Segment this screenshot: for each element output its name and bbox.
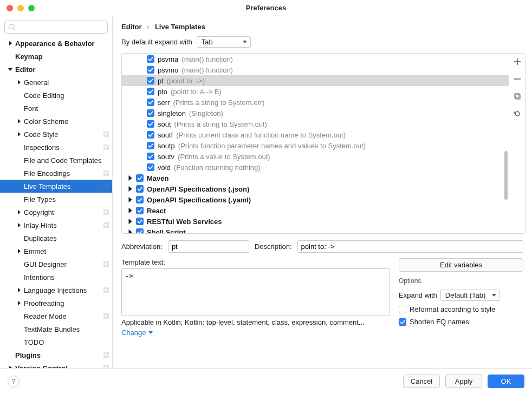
- chevron-right-icon[interactable]: [127, 219, 133, 224]
- chevron-right-icon[interactable]: [8, 366, 13, 368]
- reformat-checkbox-row[interactable]: Reformat according to style: [399, 305, 523, 313]
- chevron-right-icon[interactable]: [127, 175, 133, 181]
- template-item[interactable]: psvmo(main() function): [122, 64, 509, 75]
- sidebar-item-inspections[interactable]: Inspections: [0, 141, 112, 154]
- ok-button[interactable]: OK: [488, 375, 524, 388]
- chevron-right-icon[interactable]: [16, 288, 22, 292]
- checkbox-checked-icon[interactable]: [136, 185, 144, 193]
- chevron-right-icon[interactable]: [16, 249, 22, 253]
- template-item[interactable]: soutv(Prints a value to System.out): [122, 151, 509, 162]
- sidebar-item-copyright[interactable]: Copyright: [0, 206, 112, 219]
- checkbox-checked-icon[interactable]: [147, 142, 154, 149]
- sidebar-item-reader-mode[interactable]: Reader Mode: [0, 310, 112, 323]
- checkbox-checked-icon[interactable]: [147, 131, 154, 139]
- chevron-right-icon[interactable]: [16, 223, 22, 227]
- sidebar-item-plugins[interactable]: Plugins: [0, 349, 112, 362]
- sidebar-item-keymap[interactable]: Keymap: [0, 50, 112, 63]
- sidebar-item-file-types[interactable]: File Types: [0, 193, 112, 206]
- sidebar-item-intentions[interactable]: Intentions: [0, 271, 112, 284]
- add-button[interactable]: [512, 57, 522, 67]
- sidebar-item-code-style[interactable]: Code Style: [0, 128, 112, 141]
- checkbox-checked-icon[interactable]: [147, 77, 154, 84]
- chevron-right-icon[interactable]: [16, 301, 22, 305]
- sidebar-item-gui-designer[interactable]: GUI Designer: [0, 258, 112, 271]
- remove-button[interactable]: [512, 74, 522, 84]
- checkbox-checked-icon[interactable]: [136, 207, 144, 214]
- change-context-link[interactable]: Change: [121, 329, 390, 337]
- expand-with-combo[interactable]: Default (Tab): [440, 290, 500, 301]
- sidebar-item-language-injections[interactable]: Language Injections: [0, 284, 112, 297]
- copy-button[interactable]: [512, 91, 522, 101]
- template-group[interactable]: OpenAPI Specifications (.json): [122, 183, 509, 194]
- sidebar-item-proofreading[interactable]: Proofreading: [0, 297, 112, 310]
- checkbox-checked-icon[interactable]: [147, 153, 154, 160]
- apply-button[interactable]: Apply: [445, 375, 482, 388]
- template-item[interactable]: pto(point to: A -> B): [122, 86, 509, 97]
- checkbox-unchecked-icon[interactable]: [399, 306, 406, 313]
- search-input-wrap[interactable]: [4, 21, 108, 34]
- sidebar-item-code-editing[interactable]: Code Editing: [0, 89, 112, 102]
- chevron-right-icon[interactable]: [16, 132, 22, 136]
- chevron-right-icon[interactable]: [127, 229, 133, 233]
- template-item[interactable]: psvma(main() function): [122, 54, 509, 64]
- sidebar-item-inlay-hints[interactable]: Inlay Hints: [0, 219, 112, 232]
- sidebar-item-color-scheme[interactable]: Color Scheme: [0, 115, 112, 128]
- cancel-button[interactable]: Cancel: [403, 375, 440, 388]
- checkbox-checked-icon[interactable]: [136, 174, 144, 182]
- breadcrumb-root[interactable]: Editor: [121, 23, 142, 31]
- abbreviation-input[interactable]: [168, 240, 249, 253]
- checkbox-checked-icon[interactable]: [147, 120, 154, 128]
- edit-variables-button[interactable]: Edit variables: [399, 258, 523, 272]
- checkbox-checked-icon[interactable]: [147, 98, 154, 106]
- shorten-checkbox-row[interactable]: Shorten FQ names: [399, 318, 523, 326]
- checkbox-checked-icon[interactable]: [147, 163, 154, 171]
- sidebar-item-file-encodings[interactable]: File Encodings: [0, 167, 112, 180]
- template-group[interactable]: Maven: [122, 173, 509, 183]
- checkbox-checked-icon[interactable]: [147, 88, 154, 95]
- template-item[interactable]: void(Function returning nothing): [122, 162, 509, 173]
- sidebar-item-emmet[interactable]: Emmet: [0, 245, 112, 258]
- chevron-right-icon[interactable]: [127, 186, 133, 192]
- template-text-input[interactable]: [121, 268, 390, 316]
- zoom-icon[interactable]: [28, 5, 35, 11]
- checkbox-checked-icon[interactable]: [136, 228, 144, 233]
- chevron-right-icon[interactable]: [127, 208, 133, 213]
- sidebar-item-live-templates[interactable]: Live Templates: [0, 180, 112, 193]
- template-item[interactable]: sout(Prints a string to System.out): [122, 119, 509, 129]
- minimize-icon[interactable]: [17, 5, 24, 11]
- templates-list[interactable]: psvma(main() function)psvmo(main() funct…: [122, 54, 509, 233]
- template-item[interactable]: soutp(Prints function parameter names an…: [122, 140, 509, 151]
- template-item[interactable]: pt(point to: ->): [122, 75, 509, 86]
- checkbox-checked-icon[interactable]: [147, 109, 154, 117]
- checkbox-checked-icon[interactable]: [136, 218, 144, 225]
- template-group[interactable]: OpenAPI Specifications (.yaml): [122, 194, 509, 205]
- template-item[interactable]: serr(Prints a string to System.err): [122, 97, 509, 108]
- chevron-down-icon[interactable]: [8, 67, 13, 71]
- help-button[interactable]: ?: [8, 376, 20, 388]
- template-group[interactable]: React: [122, 205, 509, 216]
- chevron-right-icon[interactable]: [8, 41, 13, 45]
- chevron-right-icon[interactable]: [16, 80, 22, 84]
- checkbox-checked-icon[interactable]: [147, 66, 154, 74]
- sidebar-item-file-and-code-templates[interactable]: File and Code Templates: [0, 154, 112, 167]
- search-input[interactable]: [16, 22, 104, 32]
- template-item[interactable]: singleton(Singleton): [122, 108, 509, 119]
- close-icon[interactable]: [7, 5, 13, 11]
- sidebar-item-appearance-behavior[interactable]: Appearance & Behavior: [0, 37, 112, 50]
- description-input[interactable]: [297, 240, 523, 253]
- sidebar-item-duplicates[interactable]: Duplicates: [0, 232, 112, 245]
- sidebar-item-todo[interactable]: TODO: [0, 336, 112, 349]
- chevron-right-icon[interactable]: [127, 197, 133, 202]
- checkbox-checked-icon[interactable]: [399, 318, 406, 326]
- chevron-right-icon[interactable]: [16, 210, 22, 214]
- revert-button[interactable]: [512, 109, 522, 119]
- sidebar-item-editor[interactable]: Editor: [0, 63, 112, 76]
- default-expand-combo[interactable]: Tab: [197, 36, 251, 48]
- template-group[interactable]: RESTful Web Services: [122, 216, 509, 227]
- sidebar-item-textmate-bundles[interactable]: TextMate Bundles: [0, 323, 112, 336]
- template-group[interactable]: Shell Script: [122, 227, 509, 233]
- checkbox-checked-icon[interactable]: [147, 55, 154, 63]
- chevron-right-icon[interactable]: [16, 119, 22, 123]
- checkbox-checked-icon[interactable]: [136, 196, 144, 203]
- settings-tree[interactable]: Appearance & BehaviorKeymapEditorGeneral…: [0, 37, 112, 368]
